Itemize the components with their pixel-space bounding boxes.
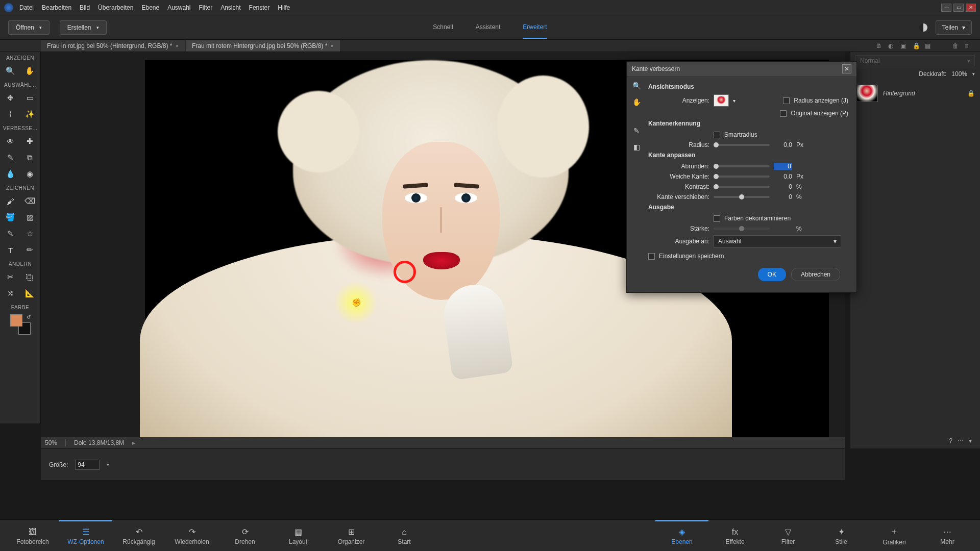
help-icon[interactable]: ? <box>949 437 952 444</box>
zoom-tool-icon[interactable]: 🔍 <box>631 80 642 91</box>
show-radius-checkbox[interactable] <box>783 97 790 104</box>
file-icon[interactable]: 🗎 <box>876 42 883 49</box>
pencil-tool-icon[interactable]: ✏ <box>24 244 36 256</box>
circle-icon[interactable]: ◐ <box>888 42 895 49</box>
ok-button[interactable]: OK <box>758 268 786 281</box>
bb-undo[interactable]: ↶Rückgängig <box>112 520 165 551</box>
heal-tool-icon[interactable]: ✚ <box>24 136 36 147</box>
bb-ebenen[interactable]: ◈Ebenen <box>655 520 708 551</box>
collapse-icon[interactable]: ▾ <box>969 437 972 444</box>
smooth-slider[interactable] <box>714 165 770 167</box>
status-chevron-icon[interactable]: ▸ <box>132 439 135 446</box>
bb-fotobereich[interactable]: 🖼Fotobereich <box>6 520 59 551</box>
bucket-tool-icon[interactable]: 🪣 <box>5 212 16 223</box>
gradient-tool-icon[interactable]: ▨ <box>24 212 36 223</box>
text-tool-icon[interactable]: T <box>5 244 16 256</box>
tab-erweitert[interactable]: Erweitert <box>523 16 547 39</box>
bb-redo[interactable]: ↷Wiederholen <box>165 520 218 551</box>
more-icon[interactable]: ⋯ <box>958 437 964 444</box>
dialog-titlebar[interactable]: Kante verbessern ✕ <box>627 62 856 76</box>
menu-ansicht[interactable]: Ansicht <box>220 4 240 11</box>
cancel-button[interactable]: Abbrechen <box>791 268 840 281</box>
lock-icon[interactable]: 🔒 <box>967 90 975 97</box>
lasso-tool-icon[interactable]: ⌇ <box>5 109 16 120</box>
opacity-value[interactable]: 100% <box>951 70 967 78</box>
contrast-value[interactable]: 0 <box>774 183 792 190</box>
bb-stile[interactable]: ✦Stile <box>815 520 868 551</box>
crop-tool-icon[interactable]: ✂ <box>5 271 16 283</box>
trash-icon[interactable]: 🗑 <box>952 42 960 49</box>
close-button[interactable]: ✕ <box>966 4 976 12</box>
foreground-color-icon[interactable] <box>10 314 22 327</box>
menu-bild[interactable]: Bild <box>80 4 90 11</box>
smart-radius-checkbox[interactable] <box>714 132 720 138</box>
layer-name[interactable]: Hintergrund <box>883 90 962 97</box>
amount-slider[interactable] <box>714 228 770 230</box>
smarttool-icon[interactable]: ✎ <box>5 152 16 163</box>
erase-refine-icon[interactable]: ◧ <box>631 141 642 153</box>
wand-tool-icon[interactable]: ✨ <box>24 109 36 120</box>
layer-row[interactable]: Hintergrund 🔒 <box>850 81 980 106</box>
shift-slider[interactable] <box>714 196 770 198</box>
bb-layout[interactable]: ▦Layout <box>272 520 325 551</box>
menu-auswahl[interactable]: Auswahl <box>167 4 190 11</box>
remember-checkbox[interactable] <box>648 253 655 260</box>
bb-drehen[interactable]: ⟳Drehen <box>218 520 272 551</box>
feather-slider[interactable] <box>714 176 770 178</box>
eraser-tool-icon[interactable]: ⌫ <box>24 195 36 207</box>
decontaminate-checkbox[interactable] <box>714 215 720 222</box>
layer-thumbnail-icon[interactable] <box>855 85 878 102</box>
swap-colors-icon[interactable]: ↺ <box>27 314 31 320</box>
theme-toggle-icon[interactable] <box>919 23 927 32</box>
layers-icon[interactable]: ▣ <box>900 42 908 49</box>
blur-tool-icon[interactable]: 💧 <box>5 168 16 180</box>
minimize-button[interactable]: — <box>941 4 951 12</box>
menu-ebene[interactable]: Ebene <box>141 4 159 11</box>
refine-brush-icon[interactable]: ✎ <box>631 125 642 136</box>
brush-tool-icon[interactable]: 🖌 <box>5 195 16 207</box>
straighten-tool-icon[interactable]: 📐 <box>24 288 36 299</box>
show-original-checkbox[interactable] <box>780 110 787 117</box>
clone-tool-icon[interactable]: ⧉ <box>24 152 36 163</box>
open-button[interactable]: Öffnen ▾ <box>8 20 50 35</box>
picker-tool-icon[interactable]: ✎ <box>5 228 16 239</box>
create-button[interactable]: Erstellen ▾ <box>60 20 107 35</box>
bb-organizer[interactable]: ⊞Organizer <box>325 520 378 551</box>
doc-tab-2[interactable]: Frau mit rotem Hintergrund.jpg bei 50% (… <box>186 40 340 52</box>
menu-fenster[interactable]: Fenster <box>249 4 270 11</box>
smooth-value[interactable]: 0 <box>774 163 792 170</box>
view-preview-icon[interactable] <box>714 94 729 107</box>
move-tool-icon[interactable]: ✥ <box>5 92 16 104</box>
bb-mehr[interactable]: ⋯Mehr <box>921 520 974 551</box>
hand-tool-icon[interactable]: ✋ <box>24 65 36 77</box>
redeye-tool-icon[interactable]: 👁 <box>5 136 16 147</box>
output-to-select[interactable]: Auswahl ▾ <box>714 235 841 247</box>
dialog-close-button[interactable]: ✕ <box>842 64 851 73</box>
zoom-tool-icon[interactable]: 🔍 <box>5 65 16 77</box>
marquee-tool-icon[interactable]: ▭ <box>24 92 36 104</box>
tab-schnell[interactable]: Schnell <box>433 16 453 39</box>
menu-filter[interactable]: Filter <box>199 4 213 11</box>
shift-value[interactable]: 0 <box>774 193 792 201</box>
menu-hilfe[interactable]: Hilfe <box>278 4 290 11</box>
radius-value[interactable]: 0,0 <box>774 141 792 148</box>
menu-ueberarbeiten[interactable]: Überarbeiten <box>98 4 133 11</box>
shape-tool-icon[interactable]: ☆ <box>24 228 36 239</box>
contrast-slider[interactable] <box>714 186 770 188</box>
menu-datei[interactable]: Datei <box>19 4 34 11</box>
sponge-tool-icon[interactable]: ◉ <box>24 168 36 180</box>
content-tool-icon[interactable]: ⤮ <box>5 288 16 299</box>
color-swatches[interactable]: ↺ <box>10 314 31 335</box>
grid-icon[interactable]: ▦ <box>925 42 932 49</box>
close-icon[interactable]: × <box>175 43 178 49</box>
share-button[interactable]: Teilen ▾ <box>936 20 972 35</box>
feather-value[interactable]: 0,0 <box>774 173 792 180</box>
radius-slider[interactable] <box>714 144 770 146</box>
bb-grafiken[interactable]: ＋Grafiken <box>868 520 921 551</box>
bb-start[interactable]: ⌂Start <box>378 520 431 551</box>
lock-icon[interactable]: 🔒 <box>913 42 920 49</box>
chevron-down-icon[interactable]: ▾ <box>107 462 109 467</box>
chevron-down-icon[interactable]: ▾ <box>733 98 736 104</box>
doc-tab-1[interactable]: Frau in rot.jpg bei 50% (Hintergrund, RG… <box>41 40 185 52</box>
bb-wz-optionen[interactable]: ☰WZ-Optionen <box>59 520 112 551</box>
